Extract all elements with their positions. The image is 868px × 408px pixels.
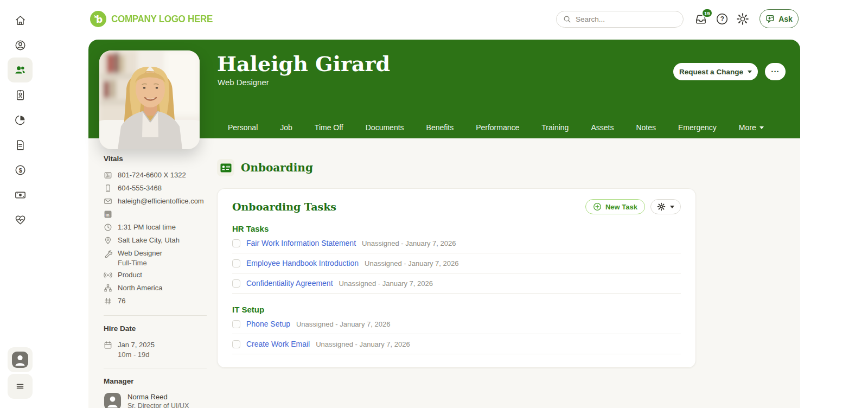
task-checkbox[interactable] [232,259,240,267]
group-title-it: IT Setup [232,305,681,314]
nav-payroll[interactable]: $ [8,157,33,182]
tenure: 10m - 19d [118,350,207,359]
nav-my-info[interactable] [8,33,33,58]
card-title: Onboarding Tasks [232,201,336,213]
employee-role: Web Designer [218,78,269,87]
help-icon: ? [715,12,729,26]
task-link[interactable]: Fair Work Information Statement [246,239,356,247]
svg-text:in: in [106,213,110,218]
svg-text:b: b [96,14,103,25]
task-checkbox[interactable] [232,340,240,348]
job-title-row: Web Designer [104,249,207,258]
user-avatar-button[interactable] [8,347,33,372]
linkedin-row[interactable]: in [104,210,207,219]
id-badge-icon [14,89,27,101]
chevron-down-icon [670,206,674,208]
manager-title: Manager [104,377,207,385]
chevron-down-icon [748,71,752,73]
employee-panel: Haleigh Girard Web Designer Request a Ch… [88,40,800,408]
tab-benefits[interactable]: Benefits [426,123,454,132]
notification-badge: 19 [701,8,713,18]
employees-icon [14,63,27,76]
logo-mark-icon: b [90,10,107,28]
portrait-image [99,50,200,149]
new-task-button[interactable]: New Task [585,199,645,214]
new-task-label: New Task [605,203,637,211]
inbox-button[interactable]: 19 [694,12,708,26]
employee-id-row: 76 [104,297,207,306]
hire-date-row: Jan 7, 2025 [104,341,207,350]
search-box[interactable] [556,11,684,28]
chevron-down-icon [760,126,764,129]
top-bar: b COMPANY LOGO HERE 19 ? [0,0,868,39]
task-checkbox[interactable] [232,320,240,328]
tab-performance[interactable]: Performance [476,123,519,132]
plus-circle-icon [593,202,602,211]
company-logo[interactable]: b COMPANY LOGO HERE [90,10,213,28]
location-row: Salt Lake City, Utah [104,236,207,245]
calendar-icon [104,341,112,349]
task-link[interactable]: Phone Setup [246,320,290,328]
nav-home[interactable] [8,8,33,33]
search-input[interactable] [576,15,668,23]
task-meta: Unassigned - January 7, 2026 [316,340,410,348]
help-button[interactable]: ? [715,12,729,26]
department-icon [104,271,112,279]
tab-emergency[interactable]: Emergency [678,123,717,132]
nav-compensation[interactable] [8,182,33,207]
tab-notes[interactable]: Notes [636,123,656,132]
settings-button[interactable] [736,12,750,26]
request-change-button[interactable]: Request a Change [673,63,758,80]
tab-more[interactable]: More [739,123,764,132]
divider [104,315,207,316]
clock-icon [104,223,112,232]
tab-job[interactable]: Job [280,123,292,132]
nav-files[interactable] [8,132,33,157]
manager-row[interactable]: Norma Reed Sr. Director of UI/UX [104,392,207,408]
profile-sidebar: Vitals 801-724-6600 X 1322 604-555-3468 … [104,155,207,408]
menu-toggle-button[interactable] [8,374,33,399]
department-row: Product [104,271,207,280]
email-row: haleigh@efficientoffice.com [104,197,207,206]
location-pin-icon [104,236,112,245]
task-checkbox[interactable] [232,239,240,247]
task-row: Employee Handbook Introduction Unassigne… [232,253,681,273]
profile-tabs: Personal Job Time Off Documents Benefits… [228,123,764,132]
nav-reports[interactable] [8,107,33,132]
task-link[interactable]: Create Work Email [246,340,310,348]
logo-text: COMPANY LOGO HERE [111,13,213,25]
task-link[interactable]: Employee Handbook Introduction [246,259,359,267]
division: North America [118,284,162,292]
group-title-hr: HR Tasks [232,224,681,233]
hamburger-icon [14,380,26,392]
dollar-circle-icon: $ [14,164,27,176]
tab-assets[interactable]: Assets [591,123,614,132]
task-row: Confidentiality Agreement Unassigned - J… [232,273,681,294]
ask-button[interactable]: Ask [760,9,799,28]
tab-personal[interactable]: Personal [228,123,258,132]
nav-hiring[interactable] [8,82,33,107]
tab-training[interactable]: Training [541,123,569,132]
task-meta: Unassigned - January 7, 2026 [339,279,433,288]
onboarding-icon-wrap [217,159,234,176]
task-checkbox[interactable] [232,279,240,288]
employee-name: Haleigh Girard [217,52,390,76]
mobile-phone-row: 604-555-3468 [104,184,207,193]
request-change-label: Request a Change [679,68,743,76]
svg-text:$: $ [18,167,22,173]
task-settings-button[interactable] [650,199,681,214]
manager-role: Sr. Director of UI/UX [127,401,189,408]
task-meta: Unassigned - January 7, 2026 [365,259,458,267]
pie-chart-icon [14,114,27,126]
heart-pulse-icon [14,214,27,226]
ask-label: Ask [778,15,793,23]
more-actions-button[interactable]: ... [765,63,786,80]
task-link[interactable]: Confidentiality Agreement [246,279,333,288]
mobile-phone: 604-555-3468 [118,184,162,192]
tab-time-off[interactable]: Time Off [315,123,343,132]
nav-employees[interactable] [8,58,33,82]
nav-benefits[interactable] [8,207,33,232]
ellipsis-icon: ... [771,65,780,74]
tab-documents[interactable]: Documents [366,123,404,132]
job-title: Web Designer [118,249,162,257]
